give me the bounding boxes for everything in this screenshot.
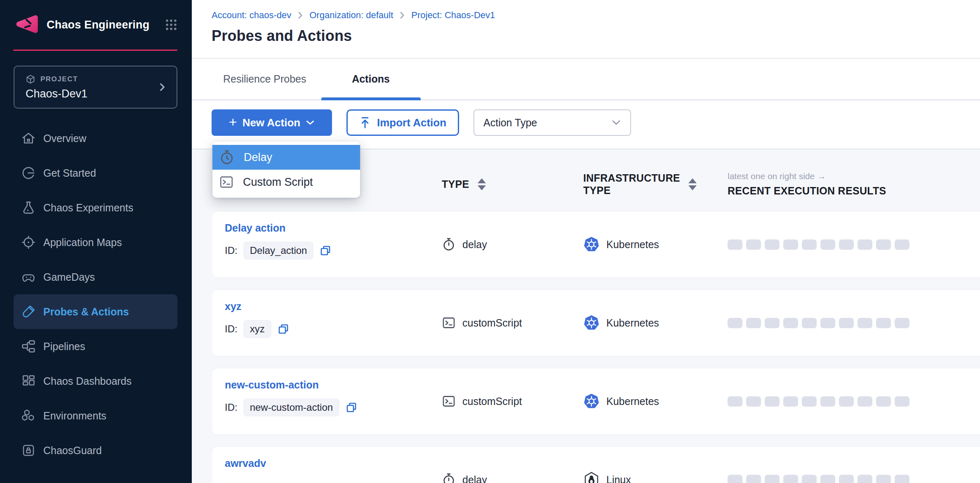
sidebar-item-chaosguard[interactable]: ChaosGuard (0, 433, 192, 468)
pipeline-icon (21, 339, 36, 354)
sidebar-item-chaos-dashboards[interactable]: Chaos Dashboards (0, 364, 192, 398)
get-started-icon (21, 165, 36, 181)
import-action-button[interactable]: Import Action (346, 109, 459, 136)
module-grid-icon[interactable] (164, 18, 178, 32)
action-type-cell: delay (442, 237, 583, 251)
flask-icon (21, 200, 36, 215)
action-name-link[interactable]: xyz (225, 301, 241, 313)
table-row: Delay action ID: Delay_action (212, 211, 980, 277)
execution-placeholder-pill (802, 239, 817, 250)
execution-placeholder-pill (783, 396, 798, 407)
sort-icon[interactable] (688, 178, 697, 190)
table-row: awrvadv delay (212, 447, 980, 483)
infrastructure-cell: Kubernetes (583, 393, 728, 410)
action-id: Delay_action (243, 242, 314, 260)
column-header-recent-results: latest one on right side → RECENT EXECUT… (728, 171, 980, 197)
stopwatch-icon (442, 237, 456, 251)
tab-actions[interactable]: Actions (321, 59, 421, 99)
execution-placeholder-pill (746, 396, 761, 407)
id-label: ID: (225, 323, 238, 335)
execution-placeholder-pill (765, 239, 780, 250)
test-tube-icon (21, 304, 36, 320)
execution-placeholder-pill (783, 475, 798, 483)
chevron-down-icon (306, 120, 315, 125)
action-name-link[interactable]: awrvadv (225, 457, 266, 469)
actions-table: TYPE INFRASTRUCTURE TYPE latest one on r… (192, 149, 980, 483)
recent-results-cell (728, 239, 980, 250)
execution-placeholder-pill (895, 396, 909, 407)
execution-placeholder-pill (728, 318, 742, 328)
chevron-right-icon (297, 11, 303, 19)
chevron-right-icon (399, 11, 405, 19)
project-label: PROJECT (40, 75, 78, 83)
sidebar-item-gamedays[interactable]: GameDays (0, 260, 192, 294)
breadcrumb-account[interactable]: Account: chaos-dev (212, 10, 291, 21)
table-row: new-custom-action ID: new-custom-action (212, 368, 980, 434)
execution-placeholders (728, 396, 909, 407)
action-type-cell: delay (442, 473, 583, 483)
sidebar-header: Chaos Engineering (0, 0, 192, 50)
infrastructure-cell: Linux (583, 471, 728, 483)
execution-placeholder-pill (802, 318, 817, 328)
kubernetes-icon (583, 236, 600, 253)
sidebar-item-label: Environments (43, 410, 106, 422)
home-icon (21, 130, 36, 146)
sidebar-item-label: GameDays (43, 271, 95, 283)
column-header-infrastructure-type[interactable]: INFRASTRUCTURE TYPE (583, 172, 728, 197)
upload-icon (359, 116, 371, 129)
project-selector[interactable]: PROJECT Chaos-Dev1 (14, 66, 177, 109)
stopwatch-icon (442, 473, 456, 483)
execution-placeholder-pill (858, 475, 872, 483)
plus-icon: + (229, 114, 237, 130)
breadcrumb-organization[interactable]: Organization: default (309, 10, 393, 21)
execution-placeholder-pill (802, 396, 817, 407)
execution-placeholders (728, 239, 909, 250)
action-name-link[interactable]: new-custom-action (225, 379, 319, 391)
action-type-select[interactable]: Action Type (474, 109, 631, 136)
sidebar-item-pipelines[interactable]: Pipelines (0, 329, 192, 364)
sidebar-item-probes-actions[interactable]: Probes & Actions (14, 294, 177, 329)
action-id: xyz (243, 320, 271, 338)
execution-placeholder-pill (895, 318, 909, 328)
menu-item-custom-script[interactable]: Custom Script (212, 170, 360, 194)
column-header-type[interactable]: TYPE (442, 178, 583, 190)
id-label: ID: (225, 245, 238, 256)
menu-item-delay[interactable]: Delay (212, 145, 360, 170)
project-cube-icon (26, 74, 35, 84)
recent-results-cell (728, 318, 980, 328)
action-type-cell: customScript (442, 394, 583, 408)
copy-icon[interactable] (345, 401, 358, 414)
execution-placeholder-pill (746, 318, 761, 328)
sidebar-item-get-started[interactable]: Get Started (0, 156, 192, 190)
sidebar-item-label: Probes & Actions (43, 306, 129, 318)
sidebar-item-label: Application Maps (43, 237, 122, 249)
tab-resilience-probes[interactable]: Resilience Probes (215, 59, 315, 99)
terminal-icon (219, 175, 234, 189)
execution-placeholder-pill (858, 318, 872, 328)
action-type-cell: customScript (442, 316, 583, 330)
stopwatch-icon (219, 149, 235, 165)
sidebar-item-environments[interactable]: Environments (0, 398, 192, 433)
new-action-button[interactable]: + New Action (212, 109, 332, 136)
execution-placeholder-pill (783, 239, 798, 250)
execution-placeholder-pill (765, 318, 780, 328)
sidebar-item-label: ChaosGuard (43, 445, 102, 457)
sidebar-brand-divider (13, 50, 177, 51)
gamepad-icon (21, 269, 36, 285)
sidebar-item-chaos-experiments[interactable]: Chaos Experiments (0, 190, 192, 225)
breadcrumb-project[interactable]: Project: Chaos-Dev1 (411, 10, 495, 21)
sidebar-item-application-maps[interactable]: Application Maps (0, 225, 192, 260)
copy-icon[interactable] (319, 244, 332, 257)
page-title: Probes and Actions (212, 27, 980, 45)
terminal-icon (442, 316, 456, 330)
recent-results-cell (728, 396, 980, 407)
infrastructure-cell: Kubernetes (583, 315, 728, 331)
action-name-link[interactable]: Delay action (225, 222, 285, 234)
copy-icon[interactable] (277, 323, 290, 335)
terminal-icon (442, 394, 456, 408)
main-content: Account: chaos-dev Organization: default… (192, 0, 980, 483)
execution-placeholder-pill (746, 475, 761, 483)
sort-icon[interactable] (478, 178, 486, 190)
sidebar-item-overview[interactable]: Overview (0, 121, 192, 156)
table-body: Delay action ID: Delay_action (192, 211, 980, 483)
